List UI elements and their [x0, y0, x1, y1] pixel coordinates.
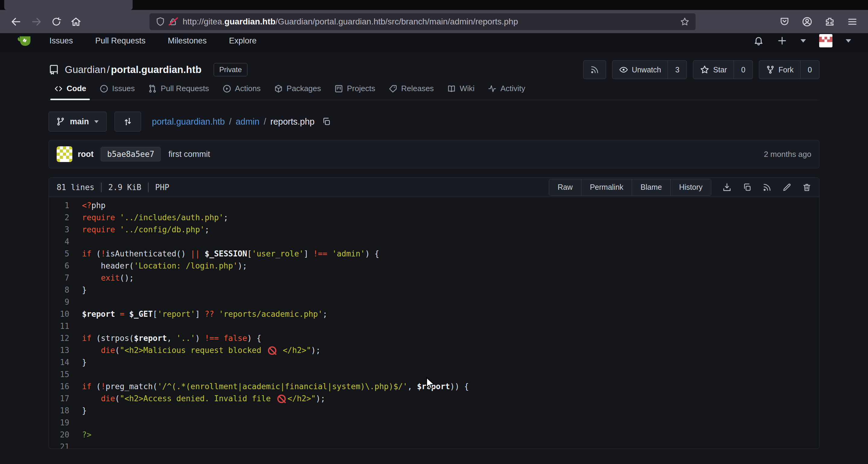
gitea-logo-icon[interactable] — [17, 33, 33, 48]
private-badge: Private — [214, 63, 248, 76]
code-line-12: 12if (strpos($report, '..') !== false) { — [49, 332, 819, 344]
line-number-16[interactable]: 16 — [49, 380, 82, 393]
bookmark-star-icon[interactable] — [680, 17, 689, 27]
line-number-14[interactable]: 14 — [49, 356, 82, 368]
breadcrumb-repo-link[interactable]: portal.guardian.htb — [152, 117, 225, 127]
line-number-8[interactable]: 8 — [49, 284, 82, 296]
star-button[interactable]: Star 0 — [693, 60, 753, 79]
back-icon[interactable] — [10, 16, 22, 27]
gitea-nav-items: IssuesPull RequestsMilestonesExplore — [50, 35, 279, 47]
url-bar[interactable]: http://gitea.guardian.htb/Guardian/porta… — [150, 13, 695, 30]
pocket-icon[interactable] — [779, 17, 789, 27]
home-icon[interactable] — [70, 16, 82, 27]
permalink-button[interactable]: Permalink — [581, 179, 632, 196]
line-number-4[interactable]: 4 — [49, 236, 82, 248]
reload-icon[interactable] — [51, 17, 61, 27]
menu-icon[interactable] — [847, 16, 858, 27]
line-number-17[interactable]: 17 — [49, 393, 82, 405]
watch-button[interactable]: Unwatch 3 — [612, 60, 687, 79]
notifications-bell-icon[interactable] — [753, 36, 764, 46]
insecure-lock-icon[interactable] — [168, 17, 178, 27]
repo-owner-link[interactable]: Guardian — [65, 64, 106, 75]
fork-button[interactable]: Fork 0 — [759, 60, 819, 79]
rss-file-icon[interactable] — [763, 183, 772, 192]
line-number-21[interactable]: 21 — [49, 441, 82, 449]
nav-item-pull-requests[interactable]: Pull Requests — [95, 36, 146, 45]
code-text: if (!preg_match('/^(.*(enrollment|academ… — [82, 380, 469, 393]
line-number-7[interactable]: 7 — [49, 272, 82, 284]
watch-count[interactable]: 3 — [668, 61, 687, 79]
user-menu-caret-icon[interactable] — [846, 39, 851, 42]
code-text: header('Location: /login.php'); — [82, 260, 247, 272]
create-new-caret-icon[interactable] — [801, 39, 806, 42]
raw-button[interactable]: Raw — [549, 179, 581, 196]
repo-name-link[interactable]: portal.guardian.htb — [111, 64, 202, 75]
tab-actions[interactable]: Actions — [217, 84, 266, 100]
commit-hash-badge[interactable]: b5ae8a5ee7 — [101, 147, 161, 162]
tab-code[interactable]: Code — [49, 84, 92, 100]
code-line-9: 9 — [49, 296, 819, 308]
branch-selector[interactable]: main — [49, 112, 107, 132]
tab-projects[interactable]: Projects — [329, 84, 381, 100]
shield-icon[interactable] — [156, 17, 165, 27]
tab-packages[interactable]: Packages — [269, 84, 327, 100]
account-icon[interactable] — [802, 16, 812, 27]
line-number-18[interactable]: 18 — [49, 405, 82, 417]
line-number-12[interactable]: 12 — [49, 332, 82, 344]
line-number-11[interactable]: 11 — [49, 320, 82, 332]
line-number-1[interactable]: 1 — [49, 199, 82, 211]
commit-author-avatar[interactable] — [57, 146, 72, 162]
copy-file-icon[interactable] — [743, 183, 752, 192]
line-number-19[interactable]: 19 — [49, 417, 82, 429]
code-line-2: 2require '../includes/auth.php'; — [49, 211, 819, 224]
tab-pull-requests[interactable]: Pull Requests — [143, 84, 214, 100]
project-tab-icon — [334, 84, 343, 93]
blame-button[interactable]: Blame — [632, 179, 670, 196]
line-number-3[interactable]: 3 — [49, 224, 82, 236]
nav-item-explore[interactable]: Explore — [229, 36, 257, 45]
gitea-navbar: IssuesPull RequestsMilestonesExplore — [0, 33, 868, 52]
line-number-10[interactable]: 10 — [49, 308, 82, 320]
file-meta-1: 2.9 KiB — [108, 183, 141, 192]
tab-issues[interactable]: Issues — [94, 84, 140, 100]
download-icon[interactable] — [722, 182, 732, 192]
line-number-20[interactable]: 20 — [49, 429, 82, 441]
code-line-10: 10$report = $_GET['report'] ?? 'reports/… — [49, 308, 819, 320]
tab-releases[interactable]: Releases — [383, 84, 439, 100]
tab-activity[interactable]: Activity — [482, 84, 530, 100]
browser-tab[interactable] — [4, 0, 133, 10]
compare-button[interactable] — [115, 112, 141, 132]
edit-pencil-icon[interactable] — [782, 183, 792, 192]
code-text: die("<h2>Access denied. Invalid file </h… — [82, 393, 325, 405]
fork-icon — [766, 65, 775, 74]
copy-path-icon[interactable] — [322, 117, 331, 126]
issue-tab-icon — [99, 84, 108, 93]
code-view: 1<?php2require '../includes/auth.php';3r… — [49, 197, 819, 449]
line-number-15[interactable]: 15 — [49, 368, 82, 380]
commit-author[interactable]: root — [78, 150, 93, 159]
forward-icon[interactable] — [31, 16, 42, 27]
nav-item-milestones[interactable]: Milestones — [168, 36, 207, 45]
star-count[interactable]: 0 — [734, 61, 752, 79]
fork-count[interactable]: 0 — [800, 61, 819, 79]
line-number-9[interactable]: 9 — [49, 296, 82, 308]
history-button[interactable]: History — [670, 179, 711, 196]
code-line-11: 11 — [49, 320, 819, 332]
line-number-2[interactable]: 2 — [49, 211, 82, 224]
line-number-5[interactable]: 5 — [49, 248, 82, 260]
compare-icon — [123, 117, 132, 126]
user-avatar[interactable] — [819, 34, 832, 47]
code-line-15: 15 — [49, 368, 819, 380]
line-number-13[interactable]: 13 — [49, 344, 82, 356]
commit-message[interactable]: first commit — [168, 150, 210, 159]
nav-item-issues[interactable]: Issues — [50, 36, 73, 45]
url-text[interactable]: http://gitea.guardian.htb/Guardian/porta… — [183, 17, 680, 27]
repo-title-slash: / — [107, 64, 110, 75]
delete-trash-icon[interactable] — [802, 183, 811, 192]
rss-button[interactable] — [583, 60, 606, 79]
tab-wiki[interactable]: Wiki — [441, 84, 480, 100]
breadcrumb-dir-link[interactable]: admin — [236, 117, 259, 127]
extensions-icon[interactable] — [825, 17, 835, 27]
create-new-icon[interactable] — [777, 36, 787, 46]
line-number-6[interactable]: 6 — [49, 260, 82, 272]
